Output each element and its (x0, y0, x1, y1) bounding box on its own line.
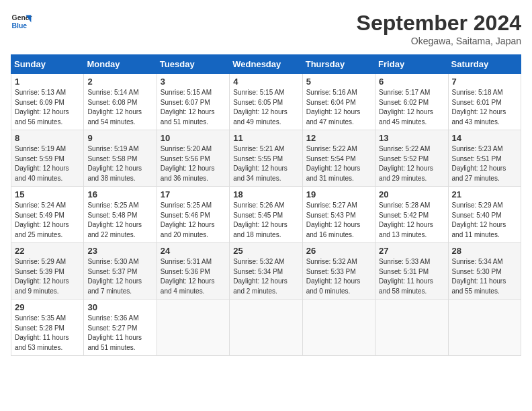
cell-content: Sunrise: 5:19 AM Sunset: 5:59 PM Dayligh… (15, 144, 80, 183)
day-header-saturday: Saturday (448, 55, 521, 74)
calendar-cell: 6Sunrise: 5:17 AM Sunset: 6:02 PM Daylig… (375, 74, 448, 130)
cell-content: Sunrise: 5:24 AM Sunset: 5:49 PM Dayligh… (15, 201, 80, 240)
day-number: 22 (15, 246, 80, 256)
day-number: 19 (306, 189, 371, 199)
cell-content: Sunrise: 5:27 AM Sunset: 5:43 PM Dayligh… (306, 201, 371, 240)
calendar-cell: 11Sunrise: 5:21 AM Sunset: 5:55 PM Dayli… (230, 130, 302, 187)
calendar-cell: 26Sunrise: 5:32 AM Sunset: 5:33 PM Dayli… (302, 243, 375, 300)
day-number: 18 (233, 189, 298, 199)
day-number: 28 (452, 246, 517, 256)
day-number: 1 (15, 77, 80, 87)
day-number: 3 (161, 77, 226, 87)
day-headers-row: SundayMondayTuesdayWednesdayThursdayFrid… (11, 55, 521, 74)
day-number: 5 (306, 77, 371, 87)
day-number: 2 (87, 77, 152, 87)
day-number: 16 (87, 189, 152, 199)
calendar-cell: 14Sunrise: 5:23 AM Sunset: 5:51 PM Dayli… (448, 130, 521, 187)
calendar-cell: 12Sunrise: 5:22 AM Sunset: 5:54 PM Dayli… (302, 130, 375, 187)
calendar-cell: 21Sunrise: 5:29 AM Sunset: 5:40 PM Dayli… (448, 187, 521, 243)
calendar-cell: 8Sunrise: 5:19 AM Sunset: 5:59 PM Daylig… (11, 130, 84, 187)
calendar-cell: 22Sunrise: 5:29 AM Sunset: 5:39 PM Dayli… (11, 243, 84, 300)
calendar-cell: 28Sunrise: 5:34 AM Sunset: 5:30 PM Dayli… (448, 243, 521, 300)
calendar-cell: 17Sunrise: 5:25 AM Sunset: 5:46 PM Dayli… (157, 187, 229, 243)
logo: General Blue (11, 11, 32, 32)
day-number: 8 (15, 133, 80, 143)
cell-content: Sunrise: 5:25 AM Sunset: 5:46 PM Dayligh… (161, 201, 226, 240)
calendar-table: SundayMondayTuesdayWednesdayThursdayFrid… (11, 54, 521, 356)
day-number: 9 (87, 133, 152, 143)
week-row-4: 22Sunrise: 5:29 AM Sunset: 5:39 PM Dayli… (11, 243, 521, 300)
calendar-cell: 4Sunrise: 5:15 AM Sunset: 6:05 PM Daylig… (230, 74, 302, 130)
calendar-cell (375, 300, 448, 356)
cell-content: Sunrise: 5:22 AM Sunset: 5:54 PM Dayligh… (306, 144, 371, 183)
calendar-cell (157, 300, 229, 356)
calendar-cell: 13Sunrise: 5:22 AM Sunset: 5:52 PM Dayli… (375, 130, 448, 187)
cell-content: Sunrise: 5:36 AM Sunset: 5:27 PM Dayligh… (87, 314, 152, 353)
day-number: 27 (379, 246, 444, 256)
cell-content: Sunrise: 5:15 AM Sunset: 6:07 PM Dayligh… (161, 88, 226, 127)
day-header-monday: Monday (84, 55, 157, 74)
cell-content: Sunrise: 5:29 AM Sunset: 5:40 PM Dayligh… (452, 201, 517, 240)
logo-icon: General Blue (11, 11, 32, 32)
week-row-5: 29Sunrise: 5:35 AM Sunset: 5:28 PM Dayli… (11, 300, 521, 356)
calendar-cell: 30Sunrise: 5:36 AM Sunset: 5:27 PM Dayli… (84, 300, 157, 356)
day-number: 26 (306, 246, 371, 256)
day-number: 15 (15, 189, 80, 199)
calendar-cell: 9Sunrise: 5:19 AM Sunset: 5:58 PM Daylig… (84, 130, 157, 187)
cell-content: Sunrise: 5:31 AM Sunset: 5:36 PM Dayligh… (161, 257, 226, 296)
calendar-cell: 2Sunrise: 5:14 AM Sunset: 6:08 PM Daylig… (84, 74, 157, 130)
day-number: 12 (306, 133, 371, 143)
day-number: 21 (452, 189, 517, 199)
day-number: 20 (379, 189, 444, 199)
month-title: September 2024 (357, 11, 521, 36)
calendar-cell (302, 300, 375, 356)
cell-content: Sunrise: 5:22 AM Sunset: 5:52 PM Dayligh… (379, 144, 444, 183)
day-header-friday: Friday (375, 55, 448, 74)
cell-content: Sunrise: 5:28 AM Sunset: 5:42 PM Dayligh… (379, 201, 444, 240)
calendar-cell: 1Sunrise: 5:13 AM Sunset: 6:09 PM Daylig… (11, 74, 84, 130)
cell-content: Sunrise: 5:20 AM Sunset: 5:56 PM Dayligh… (161, 144, 226, 183)
title-block: September 2024 Okegawa, Saitama, Japan (357, 11, 521, 46)
day-header-thursday: Thursday (302, 55, 375, 74)
cell-content: Sunrise: 5:15 AM Sunset: 6:05 PM Dayligh… (233, 88, 298, 127)
calendar-cell: 19Sunrise: 5:27 AM Sunset: 5:43 PM Dayli… (302, 187, 375, 243)
cell-content: Sunrise: 5:18 AM Sunset: 6:01 PM Dayligh… (452, 88, 517, 127)
day-header-sunday: Sunday (11, 55, 84, 74)
cell-content: Sunrise: 5:14 AM Sunset: 6:08 PM Dayligh… (87, 88, 152, 127)
cell-content: Sunrise: 5:21 AM Sunset: 5:55 PM Dayligh… (233, 144, 298, 183)
cell-content: Sunrise: 5:17 AM Sunset: 6:02 PM Dayligh… (379, 88, 444, 127)
day-number: 14 (452, 133, 517, 143)
calendar-cell: 23Sunrise: 5:30 AM Sunset: 5:37 PM Dayli… (84, 243, 157, 300)
day-number: 4 (233, 77, 298, 87)
cell-content: Sunrise: 5:33 AM Sunset: 5:31 PM Dayligh… (379, 257, 444, 296)
calendar-cell: 15Sunrise: 5:24 AM Sunset: 5:49 PM Dayli… (11, 187, 84, 243)
day-header-tuesday: Tuesday (157, 55, 229, 74)
calendar-cell: 16Sunrise: 5:25 AM Sunset: 5:48 PM Dayli… (84, 187, 157, 243)
cell-content: Sunrise: 5:29 AM Sunset: 5:39 PM Dayligh… (15, 257, 80, 296)
day-number: 29 (15, 302, 80, 312)
cell-content: Sunrise: 5:34 AM Sunset: 5:30 PM Dayligh… (452, 257, 517, 296)
cell-content: Sunrise: 5:19 AM Sunset: 5:58 PM Dayligh… (87, 144, 152, 183)
cell-content: Sunrise: 5:30 AM Sunset: 5:37 PM Dayligh… (87, 257, 152, 296)
svg-text:Blue: Blue (12, 22, 28, 30)
cell-content: Sunrise: 5:35 AM Sunset: 5:28 PM Dayligh… (15, 314, 80, 353)
calendar-cell: 7Sunrise: 5:18 AM Sunset: 6:01 PM Daylig… (448, 74, 521, 130)
week-row-3: 15Sunrise: 5:24 AM Sunset: 5:49 PM Dayli… (11, 187, 521, 243)
calendar-cell: 10Sunrise: 5:20 AM Sunset: 5:56 PM Dayli… (157, 130, 229, 187)
cell-content: Sunrise: 5:26 AM Sunset: 5:45 PM Dayligh… (233, 201, 298, 240)
day-number: 17 (161, 189, 226, 199)
calendar-cell: 29Sunrise: 5:35 AM Sunset: 5:28 PM Dayli… (11, 300, 84, 356)
cell-content: Sunrise: 5:32 AM Sunset: 5:33 PM Dayligh… (306, 257, 371, 296)
calendar-cell: 25Sunrise: 5:32 AM Sunset: 5:34 PM Dayli… (230, 243, 302, 300)
day-number: 6 (379, 77, 444, 87)
calendar-cell (230, 300, 302, 356)
calendar-cell: 20Sunrise: 5:28 AM Sunset: 5:42 PM Dayli… (375, 187, 448, 243)
day-number: 23 (87, 246, 152, 256)
day-number: 13 (379, 133, 444, 143)
day-number: 11 (233, 133, 298, 143)
calendar-cell: 5Sunrise: 5:16 AM Sunset: 6:04 PM Daylig… (302, 74, 375, 130)
week-row-1: 1Sunrise: 5:13 AM Sunset: 6:09 PM Daylig… (11, 74, 521, 130)
page-header: General Blue September 2024 Okegawa, Sai… (11, 11, 521, 46)
calendar-cell: 3Sunrise: 5:15 AM Sunset: 6:07 PM Daylig… (157, 74, 229, 130)
location: Okegawa, Saitama, Japan (357, 36, 521, 46)
